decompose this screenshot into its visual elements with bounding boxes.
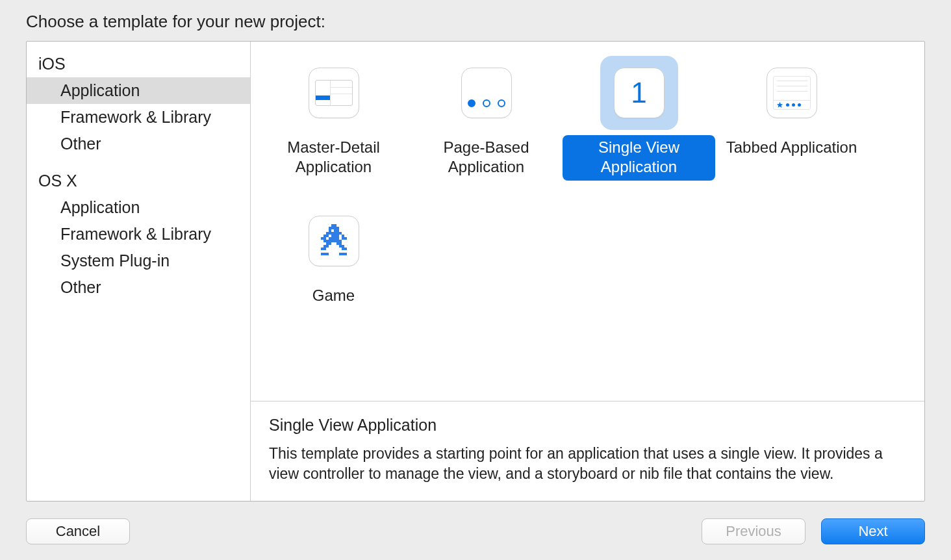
template-icon-wrap: 1	[600, 56, 678, 130]
svg-marker-0	[776, 102, 782, 108]
sidebar-header-osx: OS X	[27, 168, 250, 194]
template-label: Single View Application	[563, 135, 715, 181]
template-icon-wrap	[753, 56, 831, 130]
svg-rect-18	[342, 248, 347, 250]
template-tabbed[interactable]: Tabbed Application	[715, 48, 868, 181]
single-view-icon: 1	[614, 68, 665, 118]
template-description: Single View Application This template pr…	[251, 401, 924, 501]
svg-rect-7	[331, 235, 339, 237]
sidebar: iOS Application Framework & Library Othe…	[27, 42, 251, 501]
svg-rect-13	[326, 242, 331, 245]
svg-rect-8	[342, 235, 344, 237]
sidebar-item-osx-application[interactable]: Application	[27, 194, 250, 221]
svg-rect-1	[331, 224, 336, 227]
template-icon-wrap	[295, 56, 373, 130]
sidebar-item-osx-other[interactable]: Other	[27, 274, 250, 301]
template-label: Master-Detail Application	[257, 135, 410, 181]
prompt-label: Choose a template for your new project:	[26, 12, 925, 32]
svg-rect-4	[334, 229, 339, 232]
svg-rect-15	[323, 245, 329, 248]
svg-rect-9	[321, 237, 326, 240]
svg-rect-10	[329, 237, 339, 240]
svg-rect-6	[323, 235, 329, 237]
description-title: Single View Application	[269, 416, 906, 435]
description-body: This template provides a starting point …	[269, 444, 906, 484]
previous-button[interactable]: Previous	[702, 518, 805, 544]
template-page-based[interactable]: Page-Based Application	[410, 48, 563, 181]
template-game[interactable]: Game	[257, 196, 410, 309]
sidebar-header-ios: iOS	[27, 51, 250, 77]
sidebar-item-ios-application[interactable]: Application	[27, 77, 250, 104]
sidebar-item-ios-other[interactable]: Other	[27, 131, 250, 157]
template-label: Game	[305, 283, 362, 309]
sidebar-item-osx-system-plugin[interactable]: System Plug-in	[27, 248, 250, 274]
content-box: iOS Application Framework & Library Othe…	[26, 41, 925, 502]
cancel-button[interactable]: Cancel	[26, 518, 130, 544]
svg-rect-20	[339, 253, 347, 255]
sidebar-item-ios-framework-library[interactable]: Framework & Library	[27, 104, 250, 131]
template-single-view[interactable]: 1 Single View Application	[563, 48, 715, 181]
svg-rect-17	[321, 248, 326, 250]
tabbed-icon	[767, 68, 817, 118]
svg-rect-3	[329, 229, 331, 232]
template-master-detail[interactable]: Master-Detail Application	[257, 48, 410, 181]
svg-rect-16	[339, 245, 344, 248]
master-detail-icon	[309, 68, 359, 118]
right-panel: Master-Detail Application Page-Based App…	[251, 42, 924, 501]
game-icon	[309, 216, 359, 266]
page-based-icon	[461, 68, 512, 118]
svg-rect-19	[321, 253, 329, 255]
template-chooser-sheet: Choose a template for your new project: …	[0, 0, 951, 560]
template-grid: Master-Detail Application Page-Based App…	[251, 42, 924, 401]
sidebar-item-osx-framework-library[interactable]: Framework & Library	[27, 221, 250, 248]
svg-rect-2	[329, 227, 339, 229]
footer: Cancel Previous Next	[26, 502, 925, 544]
svg-rect-5	[326, 232, 342, 235]
template-icon-wrap	[448, 56, 526, 130]
template-label: Page-Based Application	[410, 135, 563, 181]
next-button[interactable]: Next	[821, 518, 925, 544]
template-icon-wrap	[295, 204, 373, 278]
svg-rect-11	[342, 237, 347, 240]
svg-rect-12	[323, 240, 342, 242]
svg-rect-14	[336, 242, 342, 245]
template-label: Tabbed Application	[718, 135, 865, 161]
